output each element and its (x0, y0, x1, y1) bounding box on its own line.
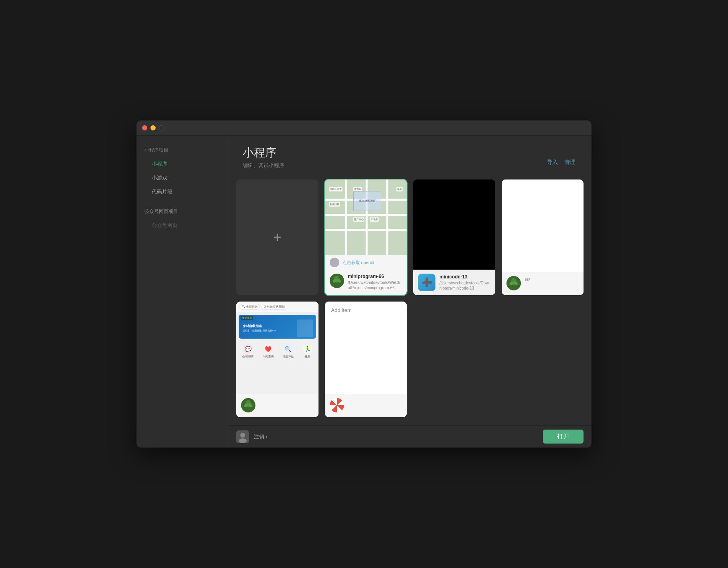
card-text-miniprogram-66: miniprogram-66 /Users/wechatdevtools/WeC… (348, 274, 402, 290)
card-preview-dark (413, 179, 495, 270)
health-icon-3: 🔍 体态评估 (283, 344, 294, 359)
card-text-3: es/ (525, 276, 579, 282)
card-path-3: es/ (525, 277, 579, 282)
bottom-bar: 注销 › 打开 (228, 425, 592, 448)
titlebar (136, 120, 592, 136)
import-link[interactable]: 导入 (547, 159, 558, 166)
health-banner-text: 身材自救指南运动了，免费领取 腾讯视频VIP (243, 324, 276, 333)
sidebar: 小程序项目 小程序 小游戏 代码片段 公众号网页项目 公众号网页 (136, 136, 228, 448)
project-card-miniprogram-66[interactable]: 水稻子街道 关东店 泰基 新东门站 亚广中心 广场东 北京建国酒店 (325, 179, 407, 295)
banner-figure (297, 320, 313, 337)
svg-point-14 (239, 438, 247, 443)
app-window: 小程序项目 小程序 小游戏 代码片段 公众号网页项目 公众号网页 小程序 编辑、… (136, 120, 592, 448)
sidebar-section-miniprogram: 小程序项目 (136, 144, 228, 157)
card-info-minicode-13: ➕ minicode-13 /Users/wechatdevtools/Down… (413, 270, 495, 295)
sidebar-item-minigame[interactable]: 小游戏 (140, 171, 225, 185)
traffic-lights (142, 125, 164, 130)
svg-point-13 (240, 433, 245, 438)
health-icon-4: 🏃 健康 (303, 344, 312, 359)
sidebar-item-miniprogram[interactable]: 小程序 (140, 157, 225, 171)
avatar-health (241, 398, 255, 412)
card-path-minicode-13: /Users/wechatdevtools/Downloads/minicode… (439, 280, 491, 291)
openid-row: 点击获取 openid (325, 255, 407, 270)
health-tag-1: 🔍 全部疾病 (239, 304, 260, 310)
maximize-button[interactable] (159, 125, 164, 130)
close-button[interactable] (142, 125, 147, 130)
health-tags: 🔍 全部疾病 Q 疾病/症状/医院 (236, 302, 318, 312)
card-text-minicode-13: minicode-13 /Users/wechatdevtools/Downlo… (439, 274, 491, 291)
openid-link[interactable]: 点击获取 openid (342, 260, 374, 266)
minimize-button[interactable] (150, 125, 156, 130)
project-card-health[interactable]: 🔍 全部疾病 Q 疾病/症状/医院 微信健康 身材自救指南运动了，免费领取 腾讯… (236, 302, 318, 417)
project-card-3[interactable]: es/ (502, 179, 584, 295)
sidebar-section-mp: 公众号网页项目 (136, 205, 228, 218)
page-subtitle: 编辑、调试小程序 (243, 162, 577, 169)
projects-grid: + (228, 176, 592, 425)
user-avatar (236, 430, 249, 443)
card-path-miniprogram-66: /Users/wechatdevtools/WeChatProjects/min… (348, 280, 402, 290)
card-name-miniprogram-66: miniprogram-66 (348, 274, 402, 279)
sidebar-item-mp-webpage[interactable]: 公众号网页 (140, 219, 225, 232)
card-text-add-item (348, 398, 402, 399)
card-info-3: es/ (502, 272, 584, 295)
card-preview-3 (502, 179, 584, 272)
card-preview-health: 🔍 全部疾病 Q 疾病/症状/医院 微信健康 身材自救指南运动了，免费领取 腾讯… (236, 302, 318, 394)
card-info-health (236, 394, 318, 417)
health-icon-2: ❤️ 用药查询 (263, 344, 274, 359)
sidebar-item-snippet[interactable]: 代码片段 (140, 185, 225, 199)
main-area: 小程序 编辑、调试小程序 导入 管理 + (228, 136, 592, 448)
main-header: 小程序 编辑、调试小程序 导入 管理 (228, 136, 592, 176)
avatar-project-3 (506, 276, 521, 290)
minicode-icon: ➕ (418, 274, 435, 291)
health-tag-2: Q 疾病/症状/医院 (261, 304, 287, 310)
project-card-minicode-13[interactable]: ➕ minicode-13 /Users/wechatdevtools/Down… (413, 179, 495, 295)
openid-avatar (330, 258, 339, 267)
health-icon-1: 💬 心理测试 (242, 344, 253, 359)
logout-button[interactable]: 注销 › (254, 433, 267, 440)
add-project-card[interactable]: + (236, 179, 318, 295)
card-preview-map: 水稻子街道 关东店 泰基 新东门站 亚广中心 广场东 北京建国酒店 (325, 179, 407, 255)
map-image: 水稻子街道 关东店 泰基 新东门站 亚广中心 广场东 北京建国酒店 (325, 179, 407, 255)
card-info-add-item (325, 394, 407, 417)
card-info-miniprogram-66: miniprogram-66 /Users/wechatdevtools/WeC… (325, 270, 407, 295)
card-name-minicode-13: minicode-13 (439, 274, 491, 280)
content-area: 小程序项目 小程序 小游戏 代码片段 公众号网页项目 公众号网页 小程序 编辑、… (136, 136, 592, 448)
card-text-health (259, 398, 314, 399)
avatar-miniprogram-66 (330, 274, 344, 288)
health-banner: 微信健康 身材自救指南运动了，免费领取 腾讯视频VIP (239, 315, 316, 339)
card-preview-add-item: Add item (325, 302, 407, 394)
project-card-add-item[interactable]: Add item (325, 302, 407, 417)
page-title: 小程序 (243, 145, 577, 160)
manage-link[interactable]: 管理 (564, 159, 576, 166)
health-icons-row: 💬 心理测试 ❤️ 用药查询 🔍 体态评估 (236, 341, 318, 360)
open-button[interactable]: 打开 (543, 430, 584, 444)
plus-icon: + (273, 229, 281, 246)
header-actions: 导入 管理 (547, 159, 576, 166)
add-item-label: Add item (331, 307, 401, 313)
avatar-add-item (330, 398, 344, 412)
